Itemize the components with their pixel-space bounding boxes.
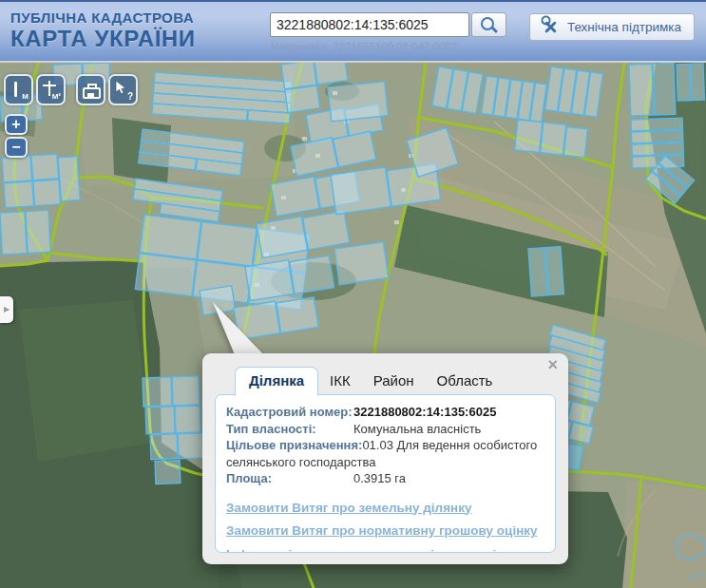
measure-length-unit: М — [22, 93, 29, 101]
zoom-controls: + − — [5, 114, 28, 158]
panel-expander-button[interactable]: ▶ — [0, 296, 13, 323]
close-icon[interactable]: × — [547, 356, 558, 373]
app-header: ПУБЛІЧНА КАДАСТРОВА КАРТА УКРАЇНИ Наприк… — [0, 0, 706, 63]
identify-button[interactable]: ? — [108, 74, 138, 105]
zoom-in-button[interactable]: + — [5, 114, 28, 135]
search-input[interactable] — [270, 12, 469, 37]
popup-tabs: Ділянка ІКК Район Область — [235, 366, 504, 395]
measure-area-unit: М² — [52, 93, 61, 101]
tools-icon — [543, 19, 559, 35]
popup-pointer — [201, 296, 277, 359]
field-area: Площа:0.3915 га — [226, 470, 544, 487]
parcel-info-popup: × Ділянка ІКК Район Область Кадастровий … — [202, 353, 568, 564]
cadastral-number-value: 3221880802:14:135:6025 — [353, 405, 496, 419]
tab-rayon[interactable]: Район — [362, 367, 426, 395]
ownership-type-value: Комунальна власність — [353, 422, 481, 436]
field-label: Кадастровий номер: — [226, 404, 353, 421]
search-hint: Наприклад: 3221655100:01:047:0052 — [271, 41, 457, 52]
identify-cursor-icon — [115, 81, 126, 95]
order-valuation-link[interactable]: Замовити Витяг про нормативну грошову оц… — [226, 523, 544, 538]
ownership-info-link[interactable]: Інформація про право власності та речові… — [226, 547, 544, 554]
measure-length-icon — [14, 82, 17, 97]
field-label: Цільове призначення: — [226, 437, 362, 454]
tab-dilyanka[interactable]: Ділянка — [235, 367, 318, 396]
search-button[interactable] — [471, 12, 506, 37]
support-button[interactable]: Технічна підтримка — [529, 13, 695, 41]
area-value: 0.3915 га — [353, 471, 406, 485]
parcel-details-panel: Кадастровий номер:3221880802:14:135:6025… — [215, 394, 556, 553]
support-button-label: Технічна підтримка — [567, 20, 681, 34]
print-button[interactable] — [76, 74, 105, 105]
app-title-line1: ПУБЛІЧНА КАДАСТРОВА — [10, 9, 196, 27]
cadastral-map-app: ПУБЛІЧНА КАДАСТРОВА КАРТА УКРАЇНИ Наприк… — [0, 0, 706, 588]
field-label: Площа: — [226, 470, 353, 487]
app-title: ПУБЛІЧНА КАДАСТРОВА КАРТА УКРАЇНИ — [10, 9, 196, 51]
field-designated-purpose: Цільове призначення:01.03 Для ведення ос… — [226, 437, 544, 470]
app-title-line2: КАРТА УКРАЇНИ — [10, 27, 196, 51]
search-icon — [481, 17, 494, 30]
printer-icon — [83, 87, 101, 99]
field-label: Тип власності: — [226, 421, 353, 438]
zoom-out-button[interactable]: − — [5, 137, 28, 158]
tab-ikk[interactable]: ІКК — [318, 367, 362, 395]
order-extract-link[interactable]: Замовити Витяг про земельну ділянку — [226, 501, 544, 515]
tab-oblast[interactable]: Область — [426, 367, 505, 395]
field-cadastral-number: Кадастровий номер:3221880802:14:135:6025 — [226, 404, 544, 421]
field-ownership-type: Тип власності:Комунальна власність — [226, 421, 544, 438]
measure-area-button[interactable]: М² — [36, 74, 66, 105]
measure-length-button[interactable]: М — [4, 74, 33, 105]
identify-question-mark: ? — [127, 93, 133, 101]
popup-links: Замовити Витяг про земельну ділянку Замо… — [226, 501, 544, 554]
map-toolbar: М М² ? — [4, 74, 141, 105]
